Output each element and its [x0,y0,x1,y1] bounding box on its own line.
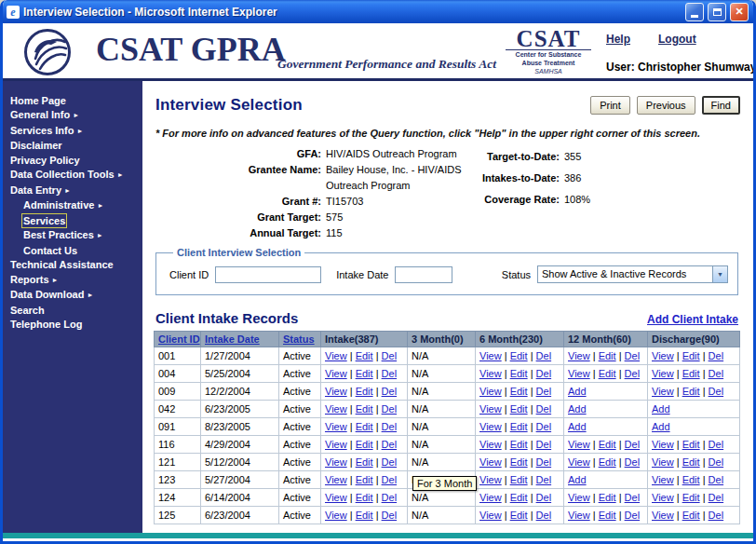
del-link[interactable]: Del [382,386,398,397]
del-link[interactable]: Del [625,510,641,521]
edit-link[interactable]: Edit [682,474,700,485]
view-link[interactable]: View [568,350,590,361]
del-link[interactable]: Del [709,439,724,450]
view-link[interactable]: View [325,421,347,432]
del-link[interactable]: Del [536,403,552,415]
edit-link[interactable]: Edit [599,350,616,361]
del-link[interactable]: Del [536,386,552,397]
edit-link[interactable]: Edit [356,421,373,432]
print-button[interactable]: Print [590,96,630,115]
view-link[interactable]: View [568,439,590,450]
del-link[interactable]: Del [536,350,552,361]
edit-link[interactable]: Edit [510,421,528,432]
view-link[interactable]: View [652,350,674,361]
sidebar-item-technical-assistance[interactable]: Technical Assistance [3,258,142,273]
del-link[interactable]: Del [382,439,398,450]
previous-button[interactable]: Previous [637,96,695,115]
view-link[interactable]: View [325,456,347,468]
maximize-button[interactable] [708,3,726,21]
edit-link[interactable]: Edit [682,350,700,361]
sidebar-item-home-page[interactable]: Home Page [3,93,142,108]
sidebar-item-data-collection-tools[interactable]: Data Collection Tools► [3,168,142,184]
edit-link[interactable]: Edit [510,403,528,415]
add-link[interactable]: Add [652,403,670,415]
status-select[interactable]: Show Active & Inactive Records ▼ [537,265,728,283]
del-link[interactable]: Del [625,439,641,450]
edit-link[interactable]: Edit [356,386,373,397]
edit-link[interactable]: Edit [510,439,528,450]
del-link[interactable]: Del [536,492,552,503]
view-link[interactable]: View [652,474,674,485]
help-link[interactable]: Help [606,33,630,46]
view-link[interactable]: View [652,439,674,450]
sort-link-client-id[interactable]: Client ID [158,333,200,345]
view-link[interactable]: View [568,368,590,379]
add-link[interactable]: Add [568,421,587,432]
edit-link[interactable]: Edit [599,510,616,521]
column-header-status[interactable]: Status [279,332,321,347]
view-link[interactable]: View [479,368,502,379]
del-link[interactable]: Del [709,456,724,468]
edit-link[interactable]: Edit [682,456,700,468]
view-link[interactable]: View [479,421,502,432]
del-link[interactable]: Del [709,386,724,397]
del-link[interactable]: Del [625,350,641,361]
sidebar-item-search[interactable]: Search [3,303,142,318]
view-link[interactable]: View [325,386,347,397]
del-link[interactable]: Del [536,368,552,379]
view-link[interactable]: View [479,510,502,521]
sort-link-intake-date[interactable]: Intake Date [205,333,260,345]
edit-link[interactable]: Edit [510,368,528,379]
view-link[interactable]: View [479,474,502,485]
del-link[interactable]: Del [709,492,724,503]
column-header-client-id[interactable]: Client ID [155,332,201,347]
edit-link[interactable]: Edit [510,386,528,397]
edit-link[interactable]: Edit [510,456,528,468]
del-link[interactable]: Del [382,510,398,521]
del-link[interactable]: Del [536,456,552,468]
add-link[interactable]: Add [652,421,670,432]
edit-link[interactable]: Edit [356,350,373,361]
sidebar-item-general-info[interactable]: General Info► [3,108,142,124]
view-link[interactable]: View [568,510,590,521]
del-link[interactable]: Del [625,368,641,379]
del-link[interactable]: Del [382,368,398,379]
edit-link[interactable]: Edit [356,474,373,485]
view-link[interactable]: View [325,474,347,485]
view-link[interactable]: View [325,403,347,415]
del-link[interactable]: Del [382,403,398,415]
del-link[interactable]: Del [536,439,552,450]
view-link[interactable]: View [325,350,347,361]
del-link[interactable]: Del [625,492,641,503]
view-link[interactable]: View [652,510,674,521]
sidebar-item-reports[interactable]: Reports► [3,272,142,288]
edit-link[interactable]: Edit [682,386,700,397]
del-link[interactable]: Del [709,368,724,379]
del-link[interactable]: Del [536,474,552,485]
minimize-button[interactable] [685,3,704,21]
edit-link[interactable]: Edit [682,439,700,450]
edit-link[interactable]: Edit [356,492,373,503]
view-link[interactable]: View [568,492,590,503]
del-link[interactable]: Del [709,510,724,521]
del-link[interactable]: Del [382,456,398,468]
edit-link[interactable]: Edit [599,439,616,450]
edit-link[interactable]: Edit [599,492,616,503]
find-button[interactable]: Find [702,96,740,115]
sidebar-item-services-info[interactable]: Services Info► [3,123,142,139]
edit-link[interactable]: Edit [356,439,373,450]
del-link[interactable]: Del [382,492,398,503]
view-link[interactable]: View [479,456,502,468]
view-link[interactable]: View [479,439,502,450]
del-link[interactable]: Del [536,421,552,432]
view-link[interactable]: View [652,386,674,397]
edit-link[interactable]: Edit [510,474,528,485]
edit-link[interactable]: Edit [682,510,700,521]
add-link[interactable]: Add [568,403,587,415]
sidebar-item-privacy-policy[interactable]: Privacy Policy [3,153,142,168]
edit-link[interactable]: Edit [599,368,616,379]
edit-link[interactable]: Edit [510,492,528,503]
del-link[interactable]: Del [709,474,724,485]
del-link[interactable]: Del [709,350,724,361]
view-link[interactable]: View [568,456,590,468]
